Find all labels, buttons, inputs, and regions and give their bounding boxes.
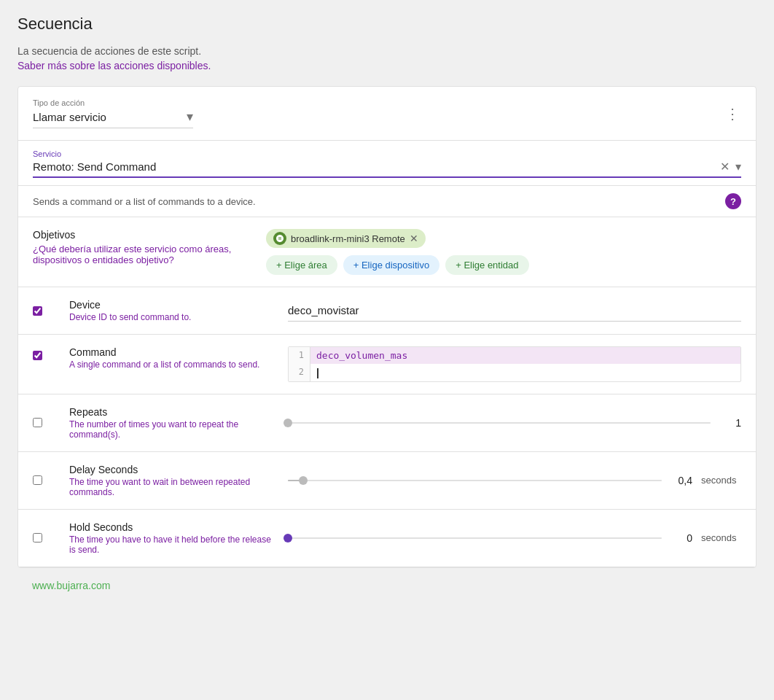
device-row: Device Device ID to send command to.: [18, 287, 756, 335]
hold-slider[interactable]: [288, 537, 662, 539]
line-number-1: 1: [289, 347, 310, 364]
add-area-button[interactable]: + Elige área: [266, 255, 337, 275]
cursor: [317, 368, 318, 378]
delay-checkbox-area: [33, 475, 55, 485]
hold-seconds-row: Hold Seconds The time you have to have i…: [18, 510, 756, 567]
learn-more-link[interactable]: Saber más sobre las acciones disponibles…: [17, 60, 211, 71]
delay-input-section: 0,4 seconds: [288, 475, 741, 486]
clear-icon[interactable]: ✕: [720, 160, 730, 174]
hold-slider-wrapper: 0 seconds: [288, 532, 741, 544]
objetivos-title: Objetivos: [33, 229, 251, 241]
service-value: Remoto: Send Command: [33, 160, 720, 173]
hold-checkbox-area: [33, 533, 55, 542]
service-icons: ✕ ▾: [720, 160, 741, 174]
service-description-row: Sends a command or a list of commands to…: [18, 186, 756, 217]
objetivos-row: Objetivos ¿Qué debería utilizar este ser…: [18, 217, 756, 287]
command-input-section: 1 deco_volumen_mas 2: [288, 346, 741, 382]
repeats-slider[interactable]: [288, 422, 711, 424]
device-checkbox[interactable]: [33, 306, 42, 316]
tag-label: broadlink-rm-mini3 Remote: [291, 233, 405, 244]
tag-broadlink: broadlink-rm-mini3 Remote ✕: [266, 229, 426, 248]
code-line-1: 1 deco_volumen_mas: [289, 347, 740, 364]
delay-unit: seconds: [701, 475, 741, 486]
main-card: Tipo de acción Llamar servicio ▾ ⋮ Servi…: [17, 86, 757, 568]
repeats-input-section: 1: [288, 417, 741, 429]
line-number-2: 2: [289, 364, 310, 381]
device-title: Device: [69, 299, 273, 311]
command-checkbox-area: [33, 346, 55, 360]
action-type-field: Tipo de acción Llamar servicio ▾: [33, 98, 193, 128]
command-code-editor[interactable]: 1 deco_volumen_mas 2: [288, 346, 741, 382]
add-buttons: + Elige área + Elige dispositivo + Elige…: [266, 255, 741, 275]
service-row: Servicio Remoto: Send Command ✕ ▾: [18, 141, 756, 186]
device-input-section: [288, 300, 741, 322]
delay-label-section: Delay Seconds The time you want to wait …: [69, 464, 273, 497]
delay-description: The time you want to wait in between rep…: [69, 477, 273, 497]
command-row: Command A single command or a list of co…: [18, 335, 756, 394]
hold-description: The time you have to have it held before…: [69, 534, 273, 555]
line-content-1: deco_volumen_mas: [310, 347, 740, 364]
add-entity-button[interactable]: + Elige entidad: [445, 255, 528, 275]
device-label-section: Device Device ID to send command to.: [69, 299, 273, 322]
delay-slider-wrapper: 0,4 seconds: [288, 475, 741, 486]
hold-input-section: 0 seconds: [288, 532, 741, 544]
hold-title: Hold Seconds: [69, 521, 273, 533]
repeats-description: The number of times you want to repeat t…: [69, 419, 273, 440]
device-description: Device ID to send command to.: [69, 312, 273, 322]
repeats-checkbox-area: [33, 418, 55, 427]
delay-title: Delay Seconds: [69, 464, 273, 475]
hold-checkbox[interactable]: [33, 533, 42, 542]
command-description: A single command or a list of commands t…: [69, 359, 273, 370]
hold-value: 0: [671, 532, 692, 544]
hold-slider-thumb[interactable]: [284, 534, 292, 542]
service-field: Servicio Remoto: Send Command ✕ ▾: [33, 149, 741, 178]
repeats-checkbox[interactable]: [33, 418, 42, 427]
tag-close-icon[interactable]: ✕: [410, 233, 418, 244]
service-description: Sends a command or a list of commands to…: [33, 196, 256, 207]
command-title: Command: [69, 346, 273, 358]
delay-slider[interactable]: [288, 480, 662, 481]
repeats-slider-thumb[interactable]: [284, 419, 292, 427]
more-options-icon[interactable]: ⋮: [725, 105, 741, 122]
add-device-button[interactable]: + Elige dispositivo: [343, 255, 439, 275]
delay-checkbox[interactable]: [33, 475, 42, 485]
tag-device-icon: [273, 232, 286, 245]
objetivos-label-section: Objetivos ¿Qué debería utilizar este ser…: [33, 229, 251, 265]
objetivos-content: broadlink-rm-mini3 Remote ✕ + Elige área…: [266, 229, 741, 275]
chevron-down-icon[interactable]: ▾: [735, 160, 741, 174]
delay-slider-thumb[interactable]: [299, 476, 308, 485]
delay-seconds-row: Delay Seconds The time you want to wait …: [18, 452, 756, 510]
dropdown-icon: ▾: [187, 109, 193, 125]
page-title: Secuencia: [17, 15, 757, 34]
delay-value: 0,4: [671, 475, 692, 486]
device-checkbox-area: [33, 306, 55, 316]
repeats-row: Repeats The number of times you want to …: [18, 394, 756, 452]
repeats-title: Repeats: [69, 406, 273, 418]
tags-container: broadlink-rm-mini3 Remote ✕: [266, 229, 741, 248]
service-label: Servicio: [33, 149, 741, 158]
command-checkbox[interactable]: [33, 351, 42, 360]
code-line-2: 2: [289, 364, 740, 381]
hold-unit: seconds: [701, 532, 741, 543]
device-input[interactable]: [288, 300, 741, 322]
footer-link[interactable]: www.bujarra.com: [17, 568, 757, 603]
action-type-value: Llamar servicio: [33, 111, 187, 123]
action-type-select[interactable]: Llamar servicio ▾: [33, 109, 193, 128]
repeats-label-section: Repeats The number of times you want to …: [69, 406, 273, 440]
repeats-slider-wrapper: 1: [288, 417, 741, 429]
action-type-label: Tipo de acción: [33, 98, 193, 107]
command-label-section: Command A single command or a list of co…: [69, 346, 273, 370]
help-icon[interactable]: ?: [725, 193, 741, 209]
hold-label-section: Hold Seconds The time you have to have i…: [69, 521, 273, 555]
page-description: La secuencia de acciones de este script.: [17, 45, 757, 57]
line-content-2: [310, 364, 740, 381]
service-input[interactable]: Remoto: Send Command ✕ ▾: [33, 160, 741, 178]
repeats-value: 1: [719, 417, 741, 429]
objetivos-description: ¿Qué debería utilizar este servicio como…: [33, 244, 251, 265]
action-type-row: Tipo de acción Llamar servicio ▾ ⋮: [18, 87, 756, 141]
